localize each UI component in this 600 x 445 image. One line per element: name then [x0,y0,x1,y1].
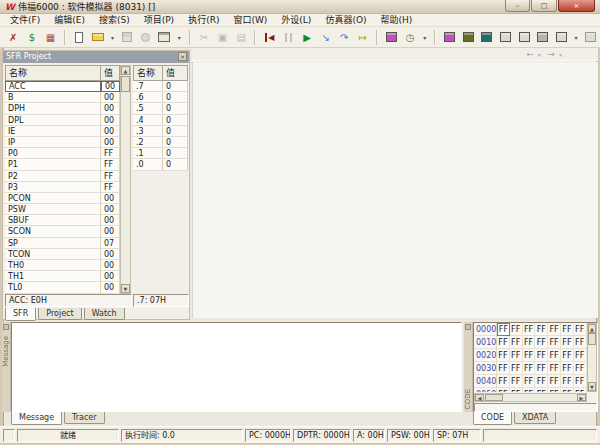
open-file-icon[interactable] [90,29,107,46]
hex-byte-cell[interactable]: FF [561,323,574,336]
close-button[interactable]: × [558,0,595,12]
menu-item-l[interactable]: 外设(L) [274,14,318,27]
menu-item-h[interactable]: 帮助(H) [373,14,419,27]
hex-byte-cell[interactable]: FF [497,349,510,362]
hex-byte-cell[interactable]: FF [574,323,587,336]
column-header[interactable]: 名称 [5,65,101,81]
menu-item-r[interactable]: 执行(R) [181,14,226,27]
hex-byte-cell[interactable]: FF [497,362,510,375]
register-name-cell[interactable]: .7 [133,81,163,92]
register-value-cell[interactable]: 00 [101,260,120,271]
column-header[interactable]: 值 [101,65,120,81]
register-name-cell[interactable]: PCON [5,193,101,204]
run-icon[interactable]: ▶ [299,29,316,46]
register-value-cell[interactable]: FF [101,148,120,159]
maximize-button[interactable]: □ [531,0,557,12]
hex-byte-cell[interactable]: FF [561,362,574,375]
register-value-cell[interactable]: 00 [101,215,120,226]
scroll-up-icon[interactable]: ▲ [588,324,596,333]
hex-address-cell[interactable]: 0010 [474,336,497,349]
trace-window-icon[interactable] [553,29,570,46]
sfr-panel-close-icon[interactable]: × [178,52,187,61]
menu-item-p[interactable]: 项目(P) [137,14,181,27]
hex-byte-cell[interactable]: FF [574,349,587,362]
register-value-cell[interactable]: 0 [163,103,188,114]
hex-byte-cell[interactable]: FF [510,388,523,392]
hex-byte-cell[interactable]: FF [497,323,510,336]
register-value-cell[interactable]: FF [101,159,120,170]
register-value-cell[interactable]: 0 [163,137,188,148]
table-row[interactable]: P1FF [5,159,120,170]
hex-byte-cell[interactable]: FF [574,362,587,375]
scroll-thumb[interactable] [485,394,503,401]
register-name-cell[interactable]: IE [5,126,101,137]
register-name-cell[interactable]: .3 [133,126,163,137]
hex-byte-cell[interactable]: FF [497,388,510,392]
register-value-cell[interactable]: 00 [101,103,120,114]
scroll-down-icon[interactable]: ▼ [121,284,130,293]
hex-byte-cell[interactable]: FF [510,375,523,388]
register-value-cell[interactable]: 00 [101,204,120,215]
table-row[interactable]: IP00 [5,137,120,148]
editor-canvas[interactable] [192,62,598,318]
breakpoint-window-icon[interactable] [383,29,400,46]
register-name-cell[interactable]: B [5,92,101,103]
run-to-cursor-icon[interactable]: ↦ [355,29,372,46]
register-name-cell[interactable]: .4 [133,115,163,126]
hex-byte-cell[interactable]: FF [523,336,536,349]
hex-byte-cell[interactable]: FF [561,388,574,392]
register-name-cell[interactable]: ACC [5,81,101,92]
hex-byte-cell[interactable]: FF [561,349,574,362]
table-row[interactable]: P3FF [5,182,120,193]
menu-item-w[interactable]: 窗口(W) [226,14,274,27]
hex-address-cell[interactable]: 0050 [474,388,497,392]
new-file-icon[interactable] [71,29,88,46]
table-row[interactable]: PCON00 [5,193,120,204]
memory-panel-caption-bar[interactable]: CODE [464,322,473,412]
register-name-cell[interactable]: SCON [5,226,101,237]
hex-address-cell[interactable]: 0000 [474,323,497,336]
register-name-cell[interactable]: PSW [5,204,101,215]
register-name-cell[interactable]: TCON [5,249,101,260]
register-value-cell[interactable]: 00 [101,282,120,293]
register-name-cell[interactable]: P2 [5,171,101,182]
download-icon[interactable]: ▦ [42,29,59,46]
register-value-cell[interactable]: 0 [163,159,188,170]
data-window-icon[interactable] [479,29,496,46]
message-tab-message[interactable]: Message [11,412,62,425]
register-value-cell[interactable]: 00 [101,115,120,126]
table-row[interactable]: TH000 [5,260,120,271]
register-value-cell[interactable]: 00 [101,226,120,237]
code-window-icon[interactable] [460,29,477,46]
back-icon[interactable]: ← [526,48,534,60]
table-row[interactable]: TH100 [5,271,120,282]
message-panel-caption-bar[interactable]: Message [2,322,11,412]
hex-hscrollbar[interactable]: ◀ ▶ [474,393,587,402]
register-name-cell[interactable]: SBUF [5,215,101,226]
table-row[interactable]: P2FF [5,171,120,182]
table-row[interactable]: P0FF [5,148,120,159]
table-row[interactable]: SBUF00 [5,215,120,226]
sfr-window-icon[interactable] [441,29,458,46]
menu-item-f[interactable]: 文件(F) [3,14,47,27]
windows-dropdown-icon[interactable]: ▾ [572,29,581,46]
table-row[interactable]: DPL00 [5,115,120,126]
hex-byte-cell[interactable]: FF [523,362,536,375]
hex-byte-cell[interactable]: FF [535,349,548,362]
hex-byte-cell[interactable]: FF [574,388,587,392]
register-value-cell[interactable]: 0 [163,115,188,126]
register-name-cell[interactable]: .1 [133,148,163,159]
hex-byte-cell[interactable]: FF [510,349,523,362]
sfr-tab-project[interactable]: Project [38,308,81,320]
hex-byte-cell[interactable]: FF [535,323,548,336]
menu-item-s[interactable]: 搜索(S) [92,14,137,27]
project-window-icon[interactable] [497,29,514,46]
compile-icon[interactable]: $ [24,29,41,46]
stopwatch-dropdown-icon[interactable]: ▾ [420,29,429,46]
register-value-cell[interactable]: 0 [163,81,188,92]
table-row[interactable]: ACC00 [5,81,120,92]
hex-byte-cell[interactable]: FF [523,349,536,362]
table-row[interactable]: IE00 [5,126,120,137]
message-window-icon[interactable] [534,29,551,46]
table-row[interactable]: .70 [133,81,188,92]
